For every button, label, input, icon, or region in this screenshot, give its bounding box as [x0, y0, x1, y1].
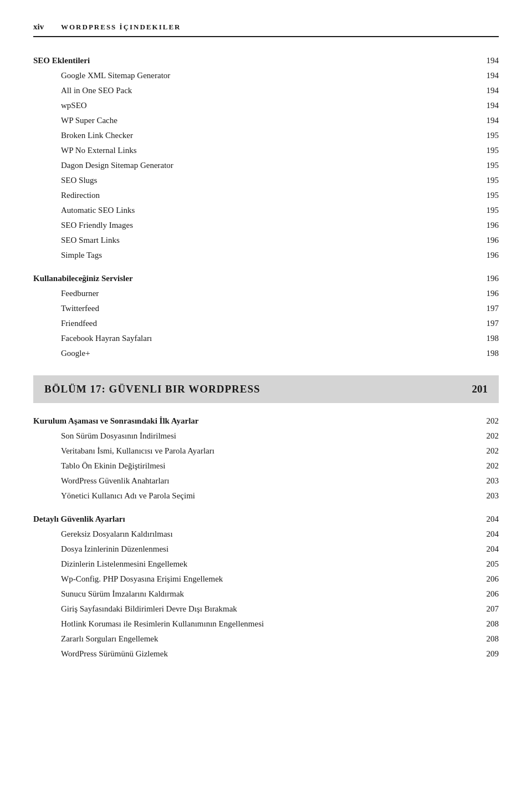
toc-item-page: 203 [482, 474, 499, 487]
toc-item-feedburner: Feedburner 196 [33, 287, 499, 300]
toc-item-page: 196 [482, 287, 499, 300]
toc-item-page: 195 [482, 174, 499, 187]
chapter-header-page: 201 [472, 383, 488, 395]
toc-item-page: 195 [482, 188, 499, 202]
toc-item-label: Dosya İzinlerinin Düzenlenmesi [61, 542, 482, 556]
kurulum-section: Kurulum Aşaması ve Sonrasındaki İlk Ayar… [33, 414, 499, 502]
toc-item-label: Feedburner [61, 287, 482, 300]
toc-item-page: 202 [482, 459, 499, 472]
toc-item-page: 209 [482, 647, 499, 660]
toc-item-label: WordPress Sürümünü Gizlemek [61, 647, 482, 660]
kurulum-title-page: 202 [482, 414, 499, 427]
toc-item-page: 197 [482, 302, 499, 315]
toc-item-seo-smart: SEO Smart Links 196 [33, 233, 499, 247]
header-title: WordPress İçindekiler [61, 23, 181, 32]
toc-item-page: 204 [482, 542, 499, 556]
toc-item-page: 194 [482, 69, 499, 82]
toc-item-page: 195 [482, 159, 499, 172]
toc-item-page: 196 [482, 233, 499, 247]
toc-item-label: Tablo Ön Ekinin Değiştirilmesi [61, 459, 482, 472]
toc-item-page: 195 [482, 203, 499, 217]
toc-item-label: WP No External Links [61, 144, 482, 157]
toc-item-label: Sunucu Sürüm İmzalarını Kaldırmak [61, 587, 482, 600]
toc-item-wp-no-external: WP No External Links 195 [33, 144, 499, 157]
toc-item-friendfeed: Friendfeed 197 [33, 317, 499, 330]
toc-item-label: Dagon Design Sitemap Generator [61, 159, 482, 172]
toc-item-label: Son Sürüm Dosyasının İndirilmesi [61, 429, 482, 442]
toc-item-label: Facebook Hayran Sayfaları [61, 332, 482, 345]
toc-item-page: 206 [482, 572, 499, 585]
page-number: xiv [33, 22, 50, 32]
toc-item-automatic-seo: Automatic SEO Links 195 [33, 203, 499, 217]
toc-item-label: Google+ [61, 347, 482, 360]
page-header: xiv WordPress İçindekiler [33, 22, 499, 37]
toc-item-tablo-on: Tablo Ön Ekinin Değiştirilmesi 202 [33, 459, 499, 472]
toc-item-page: 202 [482, 429, 499, 442]
toc-item-redirection: Redirection 195 [33, 188, 499, 202]
toc-item-label: Giriş Sayfasındaki Bildirimleri Devre Dı… [61, 602, 482, 615]
section-title-label: SEO Eklentileri [33, 54, 482, 67]
toc-item-seo-friendly: SEO Friendly Images 196 [33, 218, 499, 232]
toc-item-page: 208 [482, 617, 499, 630]
toc-item-gereksiz: Gereksiz Dosyaların Kaldırılması 204 [33, 527, 499, 541]
seo-eklentileri-section: SEO Eklentileri 194 Google XML Sitemap G… [33, 54, 499, 262]
toc-item-label: SEO Slugs [61, 174, 482, 187]
toc-item-wp-guvenlik: WordPress Güvenlik Anahtarları 203 [33, 474, 499, 487]
toc-item-page: 205 [482, 557, 499, 570]
toc-item-twitterfeed: Twitterfeed 197 [33, 302, 499, 315]
toc-item-label: WordPress Güvenlik Anahtarları [61, 474, 482, 487]
detayli-title-row: Detaylı Güvenlik Ayarları 204 [33, 512, 499, 526]
toc-item-label: Zararlı Sorguları Engellemek [61, 632, 482, 645]
toc-item-all-in-one: All in One SEO Pack 194 [33, 84, 499, 97]
toc-item-dizinler: Dizinlerin Listelenmesini Engellemek 205 [33, 557, 499, 570]
toc-item-seo-slugs: SEO Slugs 195 [33, 174, 499, 187]
toc-item-page: 195 [482, 144, 499, 157]
toc-item-dagon: Dagon Design Sitemap Generator 195 [33, 159, 499, 172]
toc-item-son-surum: Son Sürüm Dosyasının İndirilmesi 202 [33, 429, 499, 442]
toc-item-page: 195 [482, 129, 499, 142]
toc-item-label: Hotlink Koruması ile Resimlerin Kullanım… [61, 617, 482, 630]
detayli-title-page: 204 [482, 512, 499, 526]
toc-item-page: 208 [482, 632, 499, 645]
toc-item-page: 194 [482, 84, 499, 97]
toc-item-broken-link: Broken Link Checker 195 [33, 129, 499, 142]
kurulum-title-label: Kurulum Aşaması ve Sonrasındaki İlk Ayar… [33, 414, 482, 427]
toc-item-label: Simple Tags [61, 248, 482, 262]
toc-item-sunucu: Sunucu Sürüm İmzalarını Kaldırmak 206 [33, 587, 499, 600]
toc-item-label: Yönetici Kullanıcı Adı ve Parola Seçimi [61, 489, 482, 502]
toc-item-label: All in One SEO Pack [61, 84, 482, 97]
page-container: xiv WordPress İçindekiler SEO Eklentiler… [0, 0, 532, 805]
detayli-section: Detaylı Güvenlik Ayarları 204 Gereksiz D… [33, 512, 499, 660]
toc-item-wp-surum: WordPress Sürümünü Gizlemek 209 [33, 647, 499, 660]
toc-item-label: Twitterfeed [61, 302, 482, 315]
chapter-header-title: Bölüm 17: Güvenli Bir WordPress [44, 383, 260, 395]
toc-item-veritabani: Veritabanı İsmi, Kullanıcısı ve Parola A… [33, 444, 499, 457]
toc-item-label: SEO Smart Links [61, 233, 482, 247]
toc-item-label: Automatic SEO Links [61, 203, 482, 217]
toc-item-wpseo: wpSEO 194 [33, 99, 499, 112]
chapter-17-header: Bölüm 17: Güvenli Bir WordPress 201 [33, 375, 499, 403]
toc-item-hotlink: Hotlink Koruması ile Resimlerin Kullanım… [33, 617, 499, 630]
toc-item-label: Gereksiz Dosyaların Kaldırılması [61, 527, 482, 541]
toc-item-page: 194 [482, 99, 499, 112]
toc-item-giris: Giriş Sayfasındaki Bildirimleri Devre Dı… [33, 602, 499, 615]
toc-item-label: wpSEO [61, 99, 482, 112]
toc-item-page: 204 [482, 527, 499, 541]
toc-item-page: 206 [482, 587, 499, 600]
toc-item-label: WP Super Cache [61, 114, 482, 127]
detayli-title-label: Detaylı Güvenlik Ayarları [33, 512, 482, 526]
toc-item-page: 207 [482, 602, 499, 615]
toc-item-label: Veritabanı İsmi, Kullanıcısı ve Parola A… [61, 444, 482, 457]
toc-item-facebook-hayran: Facebook Hayran Sayfaları 198 [33, 332, 499, 345]
toc-item-page: 202 [482, 444, 499, 457]
toc-item-label: Broken Link Checker [61, 129, 482, 142]
toc-item-label: Google XML Sitemap Generator [61, 69, 482, 82]
toc-item-wp-super-cache: WP Super Cache 194 [33, 114, 499, 127]
toc-item-page: 197 [482, 317, 499, 330]
toc-item-label: Wp-Config. PHP Dosyasına Erişimi Engelle… [61, 572, 482, 585]
servisler-title-label: Kullanabileceğiniz Servisler [33, 272, 482, 285]
toc-item-label: Friendfeed [61, 317, 482, 330]
toc-item-page: 196 [482, 248, 499, 262]
toc-item-page: 203 [482, 489, 499, 502]
toc-item-page: 196 [482, 218, 499, 232]
